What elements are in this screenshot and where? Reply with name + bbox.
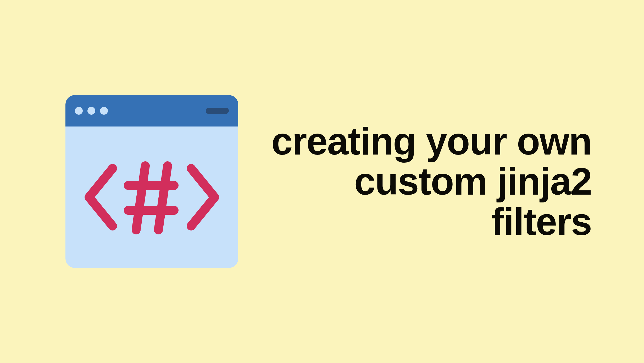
headline-container: creating your own custom jinja2 filters [251,121,592,242]
window-dot [75,107,83,115]
svg-line-2 [136,166,145,230]
browser-window-icon [65,95,238,268]
svg-line-3 [158,166,168,230]
window-titlebar [65,95,238,126]
window-body [65,126,238,268]
hero-graphic [52,95,251,268]
window-dots [75,107,108,115]
code-hash-icon [84,158,220,236]
window-handle-bar [206,108,229,114]
window-dot [100,107,108,115]
window-dot [87,107,95,115]
page-title: creating your own custom jinja2 filters [251,121,592,242]
